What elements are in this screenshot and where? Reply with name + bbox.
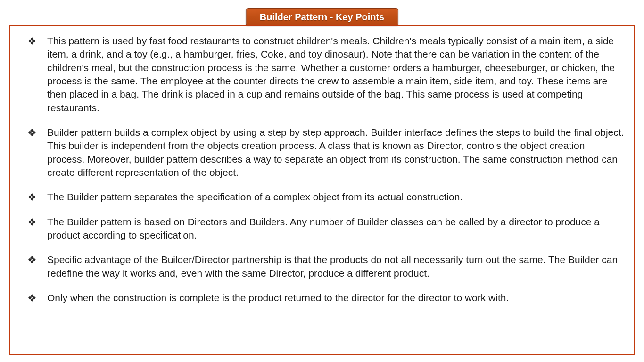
key-points-list: This pattern is used by fast food restau…: [20, 34, 624, 305]
list-item: Builder pattern builds a complex object …: [20, 126, 624, 179]
list-item: This pattern is used by fast food restau…: [20, 34, 624, 115]
title-box: Builder Pattern - Key Points: [246, 8, 398, 26]
list-item: The Builder pattern is based on Director…: [20, 215, 624, 242]
list-item: Only when the construction is complete i…: [20, 291, 624, 304]
list-item: Specific advantage of the Builder/Direct…: [20, 253, 624, 280]
page-title: Builder Pattern - Key Points: [260, 12, 385, 23]
list-item: The Builder pattern separates the specif…: [20, 190, 624, 204]
content-box: This pattern is used by fast food restau…: [9, 25, 635, 355]
